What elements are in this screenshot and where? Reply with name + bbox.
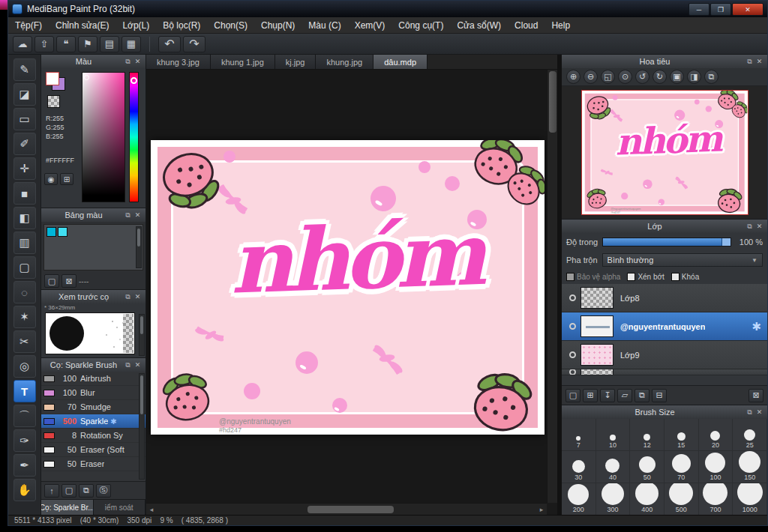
- layer-row-partial[interactable]: [562, 369, 767, 375]
- upload-icon[interactable]: ⇧: [34, 36, 54, 52]
- duplicate-layer-button[interactable]: ⧉: [634, 389, 650, 402]
- brush-size-option[interactable]: 20: [699, 419, 734, 451]
- menu-layer[interactable]: Lớp(L): [116, 17, 156, 33]
- brush-size-option[interactable]: 100: [699, 451, 734, 483]
- float-panel-icon[interactable]: ⧉: [123, 361, 133, 369]
- tool-bucket[interactable]: ◧: [14, 207, 36, 229]
- brush-size-option[interactable]: 40: [596, 451, 631, 483]
- title-bar[interactable]: MediBang Paint Pro (32bit) ─ ❐ ✕: [8, 1, 767, 17]
- color-grid-icon[interactable]: ⊞: [60, 173, 74, 185]
- select-area-icon[interactable]: ▣: [670, 70, 684, 84]
- undo-button[interactable]: ↶: [158, 36, 181, 52]
- artwork-canvas[interactable]: nhóm @nguyentrantuquyen #hd247: [151, 140, 544, 435]
- zoom-in-icon[interactable]: ⊕: [566, 70, 580, 84]
- menu-tools[interactable]: Công cụ(T): [392, 17, 450, 33]
- horizontal-scrollbar[interactable]: ◂ ▸: [146, 503, 547, 515]
- brush-size-option[interactable]: 70: [664, 451, 699, 483]
- redo-button[interactable]: ↷: [183, 36, 206, 52]
- canvas-viewport[interactable]: nhóm @nguyentrantuquyen #hd247: [146, 70, 547, 503]
- tab-brush[interactable]: Cọ: Sparkle Br...: [41, 500, 94, 515]
- doc-tab-kj[interactable]: kj.jpg: [275, 55, 316, 69]
- brush-size-option[interactable]: 12: [630, 419, 664, 451]
- brush-script-button[interactable]: Ⓢ: [96, 484, 111, 498]
- merge-layer-button[interactable]: ⊟: [652, 389, 667, 402]
- scroll-left-arrow[interactable]: ◂: [146, 504, 157, 515]
- float-panel-icon[interactable]: ⧉: [123, 211, 133, 220]
- navigator-thumbnail[interactable]: nhóm @nguyentrantuquyen #hd247: [582, 91, 748, 214]
- zoom-100-icon[interactable]: ⊙: [618, 70, 632, 84]
- tool-marker[interactable]: ✐: [14, 133, 36, 155]
- copy-view-icon[interactable]: ⧉: [704, 70, 718, 84]
- menu-file[interactable]: Tệp(F): [8, 17, 49, 33]
- palette-swatch[interactable]: [46, 227, 56, 237]
- brush-size-option[interactable]: 30: [562, 451, 596, 483]
- saturation-value-picker[interactable]: [82, 72, 125, 202]
- palette-swatches-area[interactable]: [44, 224, 143, 270]
- vertical-scroll-thumb[interactable]: [549, 71, 556, 133]
- float-panel-icon[interactable]: ⧉: [745, 223, 754, 231]
- tool-gradient[interactable]: ▥: [14, 232, 36, 254]
- close-panel-icon[interactable]: ✕: [754, 223, 764, 230]
- upload-brush-button[interactable]: ↑: [44, 484, 59, 498]
- float-panel-icon[interactable]: ⧉: [745, 408, 754, 417]
- add-layer-button[interactable]: ⊞: [583, 389, 598, 402]
- close-button[interactable]: ✕: [732, 3, 764, 16]
- brush-size-option[interactable]: 200: [562, 483, 596, 515]
- comment-icon[interactable]: ❝: [56, 36, 76, 52]
- brush-size-option[interactable]: 500: [664, 483, 699, 515]
- duplicate-brush-button[interactable]: ⧉: [79, 484, 94, 498]
- new-folder-button[interactable]: ▱: [617, 389, 632, 402]
- tool-eyedropper[interactable]: ✑: [14, 429, 36, 452]
- brush-size-option[interactable]: 50: [630, 451, 664, 483]
- brush-item-blur[interactable]: 100 Blur: [41, 386, 146, 400]
- palette-swatch[interactable]: [58, 227, 68, 237]
- foreground-color-swatch[interactable]: [46, 72, 59, 85]
- tool-brush[interactable]: ✎: [14, 58, 36, 81]
- menu-color[interactable]: Màu (C): [302, 17, 347, 33]
- cloud-icon[interactable]: ☁: [13, 36, 32, 52]
- maximize-button[interactable]: ❐: [710, 3, 731, 16]
- tool-move[interactable]: ✛: [14, 157, 36, 180]
- tool-eraser[interactable]: ◪: [14, 83, 36, 106]
- zoom-out-icon[interactable]: ⊖: [584, 70, 598, 84]
- layer-visibility-icon[interactable]: [569, 294, 576, 301]
- brush-size-option[interactable]: 15: [664, 419, 699, 451]
- brush-item-eraser[interactable]: 50 Eraser: [41, 457, 146, 471]
- preview-scrollbar[interactable]: [139, 314, 145, 356]
- tool-shape-fill[interactable]: ■: [14, 182, 36, 205]
- rotate-ccw-icon[interactable]: ↺: [635, 70, 650, 84]
- float-panel-icon[interactable]: ⧉: [123, 293, 133, 301]
- tool-hand[interactable]: ✋: [14, 479, 36, 501]
- tool-ellipse-select[interactable]: ◌: [14, 281, 36, 303]
- close-panel-icon[interactable]: ✕: [133, 58, 142, 65]
- doc-tab-khung3[interactable]: khung 3.jpg: [146, 55, 211, 69]
- tool-rect-select[interactable]: ▭: [14, 108, 36, 130]
- layer-visibility-icon[interactable]: [569, 351, 576, 358]
- layer-visibility-icon[interactable]: [569, 369, 576, 375]
- brush-item-rotation[interactable]: 8 Rotation Sy: [41, 429, 146, 443]
- tab-control[interactable]: iểm soát: [94, 500, 146, 515]
- document-icon[interactable]: ▤: [100, 36, 119, 52]
- close-panel-icon[interactable]: ✕: [133, 211, 142, 219]
- layer-visibility-icon[interactable]: [569, 323, 576, 330]
- menu-edit[interactable]: Chỉnh sửa(E): [49, 17, 116, 33]
- doc-tab-khung1[interactable]: khung 1.jpg: [211, 55, 275, 69]
- float-panel-icon[interactable]: ⧉: [745, 58, 754, 66]
- tool-magic-wand[interactable]: ✶: [14, 306, 36, 328]
- close-panel-icon[interactable]: ✕: [133, 293, 142, 300]
- protect-alpha-checkbox[interactable]: Bảo vệ alpha: [566, 273, 620, 281]
- float-panel-icon[interactable]: ⧉: [123, 58, 133, 66]
- clipping-checkbox[interactable]: Xén bớt: [627, 273, 664, 281]
- doc-tab-khung[interactable]: khung.jpg: [316, 55, 374, 69]
- tool-text[interactable]: T: [14, 380, 36, 402]
- menu-select[interactable]: Chọn(S): [207, 17, 254, 33]
- palette-scrollbar[interactable]: [136, 226, 142, 268]
- brush-item-sparkle[interactable]: 500 Sparkle ✱: [41, 414, 146, 429]
- brush-size-option[interactable]: 700: [699, 483, 734, 515]
- close-panel-icon[interactable]: ✕: [754, 58, 764, 65]
- tool-marquee[interactable]: ▢: [14, 256, 36, 279]
- lock-checkbox[interactable]: Khóa: [671, 273, 699, 281]
- menu-snap[interactable]: Chụp(N): [254, 17, 302, 33]
- layout-grid-icon[interactable]: ▦: [122, 36, 141, 52]
- menu-filter[interactable]: Bộ lọc(R): [156, 17, 207, 33]
